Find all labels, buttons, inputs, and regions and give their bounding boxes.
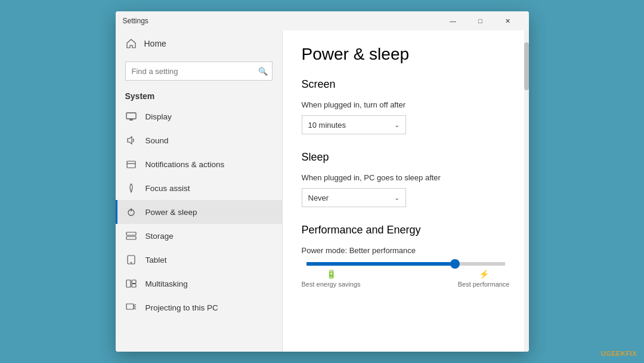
sidebar-item-sound[interactable]: Sound [116, 128, 282, 152]
projecting-icon [125, 302, 137, 313]
chevron-down-icon: ⌄ [394, 194, 400, 202]
sidebar-item-multitasking[interactable]: Multitasking [116, 272, 282, 296]
slider-right-label: ⚡ Best performance [458, 269, 510, 288]
sidebar-item-storage[interactable]: Storage [116, 224, 282, 248]
nav-items: Display Sound [116, 104, 282, 352]
content-area: Home 🔍 System Display [116, 30, 529, 352]
sidebar-item-label: Multitasking [145, 279, 188, 288]
sidebar-item-label: Power & sleep [145, 208, 197, 217]
sleep-dropdown[interactable]: Never ⌄ [302, 188, 406, 207]
svg-line-18 [134, 308, 136, 309]
slider-fill [306, 262, 456, 266]
sidebar-item-label: Display [145, 112, 172, 121]
sound-icon [125, 134, 137, 146]
sidebar-item-label: Tablet [145, 256, 167, 264]
watermark-geek: GEEK [606, 350, 626, 357]
slider-left-text: Best energy savings [302, 281, 361, 288]
minimize-button[interactable]: — [439, 11, 467, 30]
storage-icon [125, 230, 137, 242]
sidebar-item-projecting[interactable]: Projecting to this PC [116, 296, 282, 319]
sidebar-item-label: Focus assist [145, 184, 190, 193]
screen-dropdown-value: 10 minutes [308, 121, 346, 130]
sidebar-item-label: Notifications & actions [145, 160, 225, 169]
slider-left-label: 🔋 Best energy savings [302, 269, 361, 288]
slider-label: Power mode: Better performance [302, 246, 510, 255]
sidebar-item-home[interactable]: Home [116, 30, 282, 57]
watermark-fix: FIX [626, 350, 637, 357]
svg-rect-10 [128, 256, 135, 264]
slider-thumb[interactable] [450, 259, 460, 269]
slider-right-text: Best performance [458, 281, 510, 288]
performance-title: Performance and Energy [302, 224, 510, 236]
power-icon [125, 206, 137, 218]
tablet-icon [125, 254, 137, 266]
multitasking-icon [125, 278, 137, 290]
slider-track [306, 262, 505, 266]
window-title: Settings [123, 17, 439, 25]
settings-window: Settings — □ ✕ Home 🔍 System [116, 11, 529, 352]
slider-labels: 🔋 Best energy savings ⚡ Best performance [302, 269, 510, 288]
sidebar-item-notifications[interactable]: Notifications & actions [116, 152, 282, 176]
svg-rect-4 [127, 161, 135, 168]
svg-rect-14 [132, 284, 136, 288]
screen-dropdown[interactable]: 10 minutes ⌄ [302, 115, 406, 134]
svg-marker-3 [128, 137, 132, 144]
performance-section: Performance and Energy Power mode: Bette… [302, 224, 510, 288]
home-icon [125, 38, 137, 50]
sidebar-item-focus[interactable]: Focus assist [116, 176, 282, 200]
watermark: UGEEKFIX [601, 350, 637, 357]
titlebar: Settings — □ ✕ [116, 11, 529, 30]
svg-rect-0 [126, 113, 136, 119]
svg-rect-15 [126, 304, 134, 309]
chevron-down-icon: ⌄ [394, 121, 400, 129]
home-label: Home [144, 39, 166, 48]
system-label: System [116, 85, 282, 104]
sleep-section-title: Sleep [302, 151, 510, 164]
sidebar-item-power[interactable]: Power & sleep [116, 200, 282, 224]
svg-line-16 [134, 304, 136, 306]
search-container: 🔍 [125, 61, 273, 81]
sleep-dropdown-value: Never [308, 193, 329, 202]
screen-sublabel: When plugged in, turn off after [302, 100, 510, 109]
scrollbar-track [524, 30, 529, 352]
sidebar-item-label: Storage [145, 232, 174, 241]
display-icon [125, 110, 137, 122]
sidebar-item-label: Sound [145, 136, 169, 145]
svg-rect-13 [132, 280, 136, 284]
lightning-icon: ⚡ [479, 269, 489, 279]
scrollbar-thumb[interactable] [524, 42, 529, 90]
maximize-button[interactable]: □ [467, 11, 494, 30]
svg-rect-9 [126, 236, 136, 239]
battery-icon: 🔋 [326, 269, 336, 279]
window-controls: — □ ✕ [439, 11, 522, 30]
sleep-sublabel: When plugged in, PC goes to sleep after [302, 173, 510, 182]
search-icon: 🔍 [258, 67, 268, 76]
screen-section-title: Screen [302, 78, 510, 91]
search-input[interactable] [125, 61, 273, 81]
svg-point-11 [131, 262, 132, 263]
sidebar: Home 🔍 System Display [116, 30, 283, 352]
close-button[interactable]: ✕ [494, 11, 522, 30]
svg-rect-8 [126, 232, 136, 235]
main-content: Power & sleep Screen When plugged in, tu… [283, 30, 529, 352]
screen-section: Screen When plugged in, turn off after 1… [302, 78, 510, 134]
sidebar-item-label: Projecting to this PC [145, 303, 218, 312]
page-title: Power & sleep [302, 45, 510, 64]
focus-icon [125, 182, 137, 194]
sidebar-item-tablet[interactable]: Tablet [116, 248, 282, 272]
svg-rect-12 [126, 280, 131, 287]
watermark-u: U [601, 350, 606, 357]
sleep-section: Sleep When plugged in, PC goes to sleep … [302, 151, 510, 207]
notifications-icon [125, 158, 137, 170]
sidebar-item-display[interactable]: Display [116, 104, 282, 128]
power-mode-slider-container: Power mode: Better performance 🔋 Best en… [302, 246, 510, 288]
